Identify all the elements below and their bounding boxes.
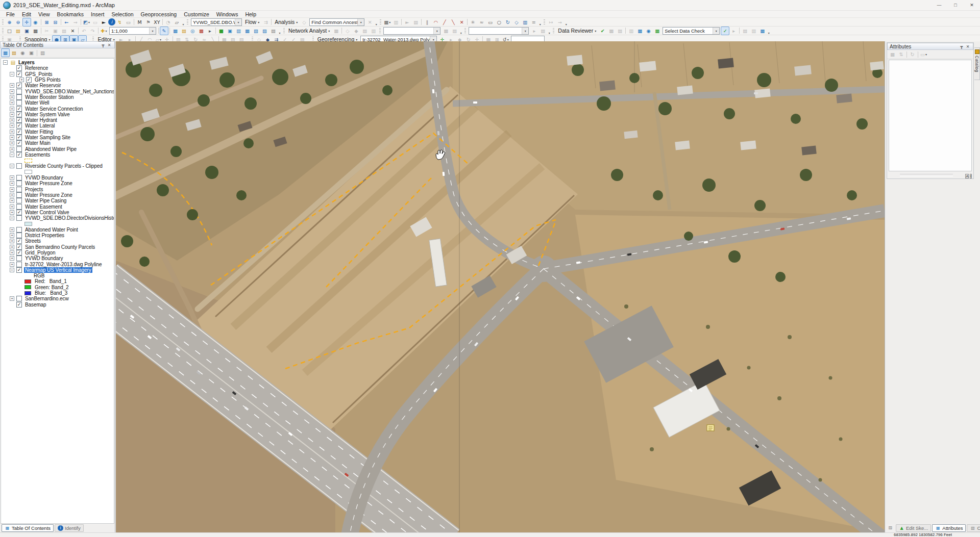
toolbar-overflow[interactable]: ▾ [374,18,378,26]
viewer-window-icon[interactable]: ▱ [173,18,181,27]
trim-icon[interactable]: ╲ [449,18,457,27]
resize-grip[interactable] [900,174,953,176]
na-create-icon[interactable]: ◇ [343,27,352,35]
toolbar-overflow[interactable]: ▾ [564,18,568,26]
line-intersection-icon[interactable]: ✕ [457,18,466,27]
toc-layer-row[interactable]: +✓Water Hydrant [1,117,114,123]
layer-expander[interactable]: − [10,268,14,272]
network-combo[interactable]: YVWD_SDE.DBO.Water_Net (▾ [191,18,242,26]
layer-expander[interactable]: + [10,89,14,94]
validate-topology-icon[interactable]: ► [403,18,411,27]
na-combo[interactable]: ▾ [383,27,440,35]
layer-checkbox[interactable]: ✓ [16,152,22,158]
toc-layer-row[interactable]: Green: Band_2 [1,285,114,290]
toc-layer-row[interactable]: +✓Water Control Valve [1,210,114,215]
clear-selection-icon[interactable]: ▭ [91,18,100,27]
fillet-icon[interactable]: ◠ [431,18,440,27]
route-tool-icon[interactable]: ▸ [530,27,538,35]
toc-layer-row[interactable]: +Water Well [1,100,114,106]
topology-edit-icon[interactable]: ▥ [391,18,400,27]
layer-label[interactable]: Water Main [24,140,52,146]
toc-layer-row[interactable]: −✓Nearmap US Vertical Imagery [1,267,114,273]
toc-layer-row[interactable]: +District Properties [1,233,114,238]
attributes-footer-button-1[interactable]: A [965,174,969,178]
toc-layer-row[interactable]: +Water Booster Station [1,94,114,100]
layer-swatch-red[interactable] [24,279,31,284]
error-inspector-icon[interactable]: ▤ [411,18,420,27]
toc-layer-row[interactable]: +✓Grid_Polygon [1,250,114,255]
toc-layer-row[interactable]: RGB [1,273,114,278]
layer-label[interactable]: Nearmap US Vertical Imagery [24,267,92,273]
layer-expander[interactable]: + [10,112,14,117]
layer-expander[interactable]: + [10,296,14,301]
reviewer-batch-icon[interactable]: ▦ [635,27,644,35]
copy-parallel-icon[interactable]: ∥ [423,18,431,27]
layer-checkbox[interactable]: ✓ [16,140,22,146]
layer-label[interactable]: Red: Band_1 [34,278,68,284]
layer-checkbox[interactable] [16,175,22,181]
layer-checkbox[interactable] [16,233,22,238]
restore-button[interactable]: □ [947,0,964,10]
layer-checkbox[interactable] [16,296,22,301]
toc-layer-row[interactable]: +✓GPS Points [1,77,114,83]
tab-edit-ske[interactable]: ▲Edit Ske... [896,524,931,532]
layer-expander[interactable]: + [10,95,14,99]
layer-checkbox[interactable]: ✓ [16,71,22,77]
layer-swatch-parcel[interactable] [24,170,32,174]
back-extent-icon[interactable]: ← [62,18,71,27]
layer-checkbox[interactable]: ✓ [16,267,22,273]
map-viewport[interactable] [116,41,885,532]
layer-label[interactable]: YVWD Boundary [24,175,64,181]
layer-checkbox[interactable] [16,146,22,152]
layer-label[interactable]: Reference [24,65,49,71]
layer-expander[interactable]: + [10,147,14,151]
toc-layer-row[interactable]: +Abandoned Water Point [1,227,114,233]
toc-layer-row[interactable]: +YVWD Boundary [1,255,114,261]
paste-icon[interactable]: ▤ [60,27,68,35]
layer-label[interactable]: Water Reservoir [24,83,62,88]
catalog-tab[interactable]: Catalog [974,47,980,80]
zoom-in-icon[interactable]: ⊕ [5,18,14,27]
layer-expander[interactable]: + [10,227,14,232]
pin-icon[interactable]: ┳ [100,43,106,47]
analysis-menu[interactable]: Analysis▾ [273,19,300,25]
list-by-visibility-icon[interactable]: ◉ [18,48,27,57]
catalog-window-icon[interactable]: ▤ [180,27,188,35]
layer-expander[interactable]: + [10,204,14,209]
na-window-icon[interactable]: ▦ [332,27,340,35]
layer-label[interactable]: Projects [24,187,44,192]
reviewer-grid-icon[interactable]: ▦ [653,27,662,35]
layer-checkbox[interactable]: ✓ [16,117,22,123]
reviewer-update-icon[interactable]: ▥ [749,27,758,35]
fabric-edit-icon[interactable]: ▥ [234,27,243,35]
search-window-icon[interactable]: ◎ [188,27,197,35]
layer-checkbox[interactable] [16,215,22,221]
layer-checkbox[interactable] [16,198,22,203]
layer-expander[interactable]: + [10,135,14,140]
print-icon[interactable]: ▦ [31,27,40,35]
toc-layer-row[interactable]: +Water Pipe Casing [1,198,114,203]
layer-label[interactable]: Water Booster Station [24,94,75,100]
menu-geoprocessing[interactable]: Geoprocessing [137,11,181,17]
list-by-selection-icon[interactable]: ▣ [27,48,36,57]
layer-expander[interactable]: + [10,175,14,180]
layer-label[interactable]: SanBernardino.ecw [24,296,70,301]
solve-icon[interactable]: ✕ [365,18,374,27]
layer-swatch-blue[interactable] [24,291,31,295]
layer-label[interactable]: RGB [33,273,45,278]
layer-label[interactable]: Water Pressure Zone [24,181,74,186]
tab-identify[interactable]: iIdentify [55,524,84,532]
toc-layer-row[interactable] [1,221,114,226]
make-route-icon[interactable]: ↦ [547,18,555,27]
layer-expander[interactable]: + [10,245,14,249]
layer-label[interactable]: tr-32702_Water-2013.dwg Polyline [24,262,103,267]
layer-expander[interactable]: + [10,210,14,215]
select-elements-icon[interactable]: ► [100,18,108,27]
reviewer-flag-icon[interactable]: ▥ [627,27,635,35]
layer-expander[interactable]: + [10,130,14,134]
toc-layer-row[interactable]: +YVWD Boundary [1,175,114,181]
toc-window-icon[interactable]: ▦ [171,27,180,35]
scale-combo[interactable]: 1:1,000▾ [109,27,156,35]
toolbar-overflow[interactable]: ▾ [278,27,282,35]
toolbar-overflow[interactable]: ▾ [181,18,185,26]
